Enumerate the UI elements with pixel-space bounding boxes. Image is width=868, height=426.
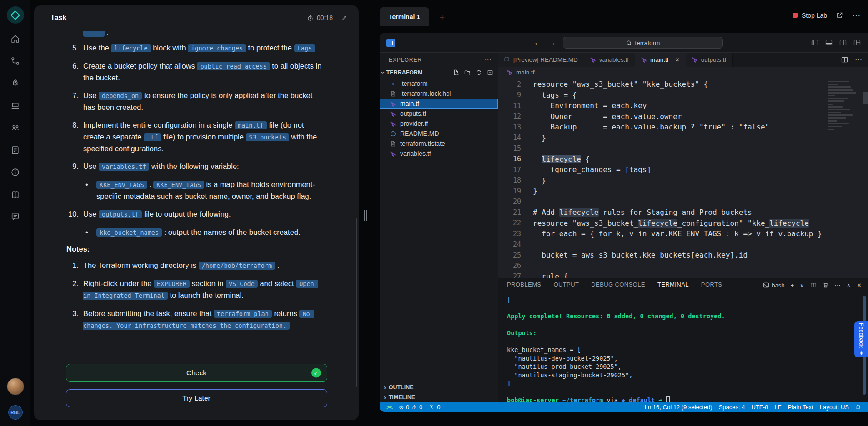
note-icon[interactable] xyxy=(10,145,20,155)
rbl-badge[interactable]: RBL xyxy=(8,405,23,420)
shell-selector[interactable]: bash xyxy=(763,282,784,289)
explorer-more-icon[interactable]: ⋯ xyxy=(484,56,492,64)
list-item: 5.Use the lifecycle block with ignore_ch… xyxy=(66,42,324,54)
refresh-icon[interactable] xyxy=(476,69,482,76)
toggle-panel-icon[interactable] xyxy=(825,39,833,46)
panel-more-icon[interactable]: ⋯ xyxy=(835,282,841,289)
navigate-forward-icon[interactable]: → xyxy=(548,38,556,47)
add-terminal-icon[interactable]: + xyxy=(439,12,445,22)
file-name: variables.tf xyxy=(400,150,431,157)
chat-icon[interactable] xyxy=(10,212,20,222)
ports-status[interactable]: 0 xyxy=(426,402,443,412)
timeline-section[interactable]: › TIMELINE xyxy=(380,392,498,402)
cursor-position[interactable]: Ln 16, Col 12 (9 selected) xyxy=(642,402,716,412)
user-avatar[interactable] xyxy=(7,378,24,395)
close-tab-icon[interactable]: ✕ xyxy=(675,57,680,63)
explorer-section-terraform[interactable]: › TERRAFORM xyxy=(380,67,498,79)
split-editor-icon[interactable] xyxy=(841,56,848,63)
explorer-file-README.MD[interactable]: README.MD xyxy=(380,129,498,139)
maximize-panel-icon[interactable]: ∧ xyxy=(847,282,851,289)
rocket-icon[interactable] xyxy=(10,78,20,88)
breadcrumb[interactable]: main.tf xyxy=(498,67,868,78)
task-scrollbar[interactable] xyxy=(356,218,357,387)
info-icon[interactable] xyxy=(10,167,20,177)
explorer-file-dot-terraform.lock.hcl[interactable]: .terraform.lock.hcl xyxy=(380,89,498,99)
remote-indicator[interactable]: >< xyxy=(383,402,396,412)
route-icon[interactable] xyxy=(10,56,20,66)
explorer-file-outputs.tf[interactable]: outputs.tf xyxy=(380,109,498,119)
split-terminal-icon[interactable] xyxy=(810,282,817,288)
terminal-output[interactable]: | Apply complete! Resources: 8 added, 0 … xyxy=(498,292,868,402)
notifications-bell[interactable] xyxy=(852,402,864,412)
book-icon[interactable] xyxy=(10,189,20,199)
language-mode[interactable]: Plain Text xyxy=(785,402,817,412)
line-number: 17 xyxy=(498,166,521,174)
file-name: provider.tf xyxy=(400,120,428,127)
panel-tab-problems[interactable]: PROBLEMS xyxy=(507,278,541,292)
editor-tab-outputs-tf[interactable]: outputs.tf xyxy=(686,53,733,67)
editor-tab-main-tf[interactable]: main.tf✕ xyxy=(635,53,686,67)
editor-tab-variables-tf[interactable]: variables.tf xyxy=(584,53,635,67)
lab-topbar: Terminal 1 + Stop Lab ⋯ xyxy=(375,0,868,26)
new-folder-icon[interactable] xyxy=(464,69,471,76)
panel-tab-debug-console[interactable]: DEBUG CONSOLE xyxy=(591,278,645,292)
feedback-button[interactable]: Feedback xyxy=(854,321,868,357)
eol[interactable]: LF xyxy=(771,402,784,412)
list-number: 1. xyxy=(66,260,79,272)
editor-scrollbar[interactable] xyxy=(863,92,868,104)
new-file-icon[interactable] xyxy=(453,69,459,76)
code-text: resource "aws_s3_bucket_lifecycle_config… xyxy=(533,219,809,228)
command-center-search[interactable]: terraform xyxy=(563,37,723,49)
keyboard-layout[interactable]: Layout: US xyxy=(817,402,852,412)
vscode-menu-icon[interactable] xyxy=(386,39,395,47)
panel-tab-output[interactable]: OUTPUT xyxy=(553,278,579,292)
terminal-line xyxy=(507,304,868,312)
problems-status[interactable]: ⊗0 ⚠0 xyxy=(396,402,426,412)
toggle-secondary-sidebar-icon[interactable] xyxy=(839,39,847,46)
indentation[interactable]: Spaces: 4 xyxy=(716,402,748,412)
explorer-file-provider.tf[interactable]: provider.tf xyxy=(380,119,498,129)
try-later-button[interactable]: Try Later xyxy=(66,389,327,407)
laptop-icon[interactable] xyxy=(10,100,20,110)
panel-tab-ports[interactable]: PORTS xyxy=(701,278,722,292)
stop-lab-button[interactable]: Stop Lab xyxy=(793,12,827,19)
terminal-dropdown-icon[interactable]: ∨ xyxy=(800,282,804,289)
panel-tab-terminal[interactable]: TERMINAL xyxy=(657,278,689,292)
kill-terminal-icon[interactable] xyxy=(823,282,829,288)
code-line: 24 xyxy=(498,239,868,250)
text-segment: . xyxy=(275,261,279,269)
check-button[interactable]: Check ✓ xyxy=(66,364,327,382)
panel-resize-handle[interactable] xyxy=(364,210,367,221)
explorer-file-variables.tf[interactable]: variables.tf xyxy=(380,149,498,159)
editor-more-icon[interactable]: ⋯ xyxy=(855,55,862,64)
terminal-tab-1[interactable]: Terminal 1 xyxy=(380,7,429,26)
inline-code-chip: .tf xyxy=(144,133,161,141)
code-editor[interactable]: 2resource "aws_s3_bucket" "kke_buckets" … xyxy=(498,78,868,278)
new-terminal-icon[interactable]: + xyxy=(790,282,794,289)
task-content[interactable]: . 5.Use the lifecycle block with ignore_… xyxy=(34,31,359,357)
outline-section[interactable]: › OUTLINE xyxy=(380,382,498,392)
open-external-icon[interactable] xyxy=(836,12,843,19)
terraform-icon xyxy=(692,57,698,63)
code-text: Owner = each.value.owner xyxy=(533,112,682,121)
editor-tab-preview-readme-md[interactable]: [Preview] README.MD xyxy=(498,53,584,67)
expand-task-icon[interactable] xyxy=(341,15,348,21)
collapse-all-icon[interactable] xyxy=(487,69,493,76)
more-options-icon[interactable]: ⋯ xyxy=(852,10,861,20)
minimap[interactable] xyxy=(824,78,868,278)
inline-code-chip: VS Code xyxy=(226,280,258,288)
toggle-sidebar-icon[interactable] xyxy=(811,39,818,46)
encoding[interactable]: UTF-8 xyxy=(748,402,772,412)
line-number: 23 xyxy=(498,230,521,238)
text-segment: file to output the following: xyxy=(142,210,231,218)
customize-layout-icon[interactable] xyxy=(853,39,861,46)
home-icon[interactable] xyxy=(10,34,20,44)
explorer-file-dot-terraform[interactable]: ›.terraform xyxy=(380,79,498,89)
explorer-file-terraform.tfstate[interactable]: terraform.tfstate xyxy=(380,139,498,149)
users-icon[interactable] xyxy=(10,123,20,133)
explorer-file-main.tf[interactable]: main.tf xyxy=(380,99,498,109)
navigate-back-icon[interactable]: ← xyxy=(534,38,542,47)
close-panel-icon[interactable]: ✕ xyxy=(857,282,862,289)
stop-lab-label: Stop Lab xyxy=(802,12,827,19)
app-logo-icon[interactable] xyxy=(7,6,24,24)
